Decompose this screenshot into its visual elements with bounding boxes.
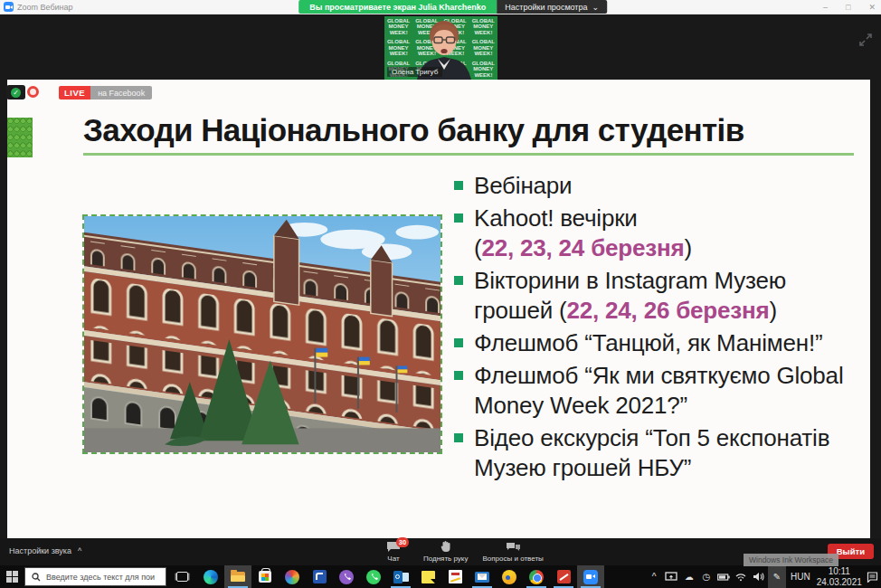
- shared-presentation-slide: ✓ LIVE на Facebook Заходи Національного …: [7, 80, 870, 538]
- task-view-icon: [176, 572, 188, 582]
- bullet-item: Kahoot! вечірки (22, 23, 24 березня): [454, 204, 863, 263]
- taskbar-clock[interactable]: 10:11 24.03.2021: [815, 565, 864, 588]
- bullet-marker: [454, 338, 463, 347]
- window-titlebar: Zoom Вебинар Вы просматриваете экран Jul…: [0, 0, 881, 14]
- pdf-app-icon[interactable]: [550, 565, 577, 588]
- start-button[interactable]: [0, 565, 24, 588]
- task-view-button[interactable]: [166, 565, 197, 588]
- blue-app-icon[interactable]: [306, 565, 333, 588]
- viber-icon[interactable]: [333, 565, 360, 588]
- minimize-button[interactable]: –: [823, 3, 828, 12]
- slide-title: Заходи Національного банку для студентів: [83, 112, 868, 148]
- photos-icon[interactable]: [279, 565, 306, 588]
- participant-name-label: Олена Тригуб: [387, 67, 442, 77]
- sticky-notes-icon[interactable]: [414, 565, 441, 588]
- bullet-marker: [454, 213, 463, 223]
- outlook-icon[interactable]: [387, 565, 414, 588]
- bullet-marker: [454, 371, 463, 380]
- yellow-app-icon[interactable]: [496, 565, 523, 588]
- zoom-webinar-window: Zoom Вебинар Вы просматриваете экран Jul…: [0, 0, 881, 588]
- windows-taskbar: ^ ☁ ◷ ✎ HUN 10:11 24.03.2021: [0, 565, 881, 588]
- fredo-app-icon[interactable]: [441, 565, 469, 588]
- check-icon: ✓: [11, 88, 21, 98]
- bullet-item: Вікторини в Instagram Музею грошей (22, …: [454, 266, 863, 326]
- time-label: 10:11: [829, 566, 850, 577]
- chat-unread-badge: 30: [396, 537, 409, 547]
- mail-icon[interactable]: [469, 565, 496, 588]
- battery-icon[interactable]: [715, 565, 732, 588]
- speaker-video-tile[interactable]: GLOBAL MONEY WEEK! GLOBAL MONEY WEEK! GL…: [384, 16, 497, 80]
- slide-sidebar-pattern: [7, 118, 33, 157]
- whatsapp-icon[interactable]: [360, 565, 387, 588]
- expand-view-icon[interactable]: [858, 33, 873, 47]
- audio-settings-button[interactable]: Настройки звука ^: [9, 546, 81, 555]
- raise-hand-button[interactable]: Поднять руку: [423, 540, 468, 563]
- microsoft-store-icon[interactable]: [251, 565, 279, 588]
- file-explorer-icon[interactable]: [224, 565, 251, 588]
- chevron-up-icon: ^: [78, 546, 81, 555]
- windows-ink-tooltip: Windows Ink Workspace: [744, 554, 838, 566]
- window-title: Zoom Вебинар: [17, 3, 73, 12]
- slide-bullet-list: Вебінари Kahoot! вечірки (22, 23, 24 бер…: [454, 171, 863, 486]
- live-badge: LIVE: [59, 86, 90, 100]
- bullet-item: Вебінари: [454, 171, 863, 201]
- clock-tray-icon[interactable]: ◷: [698, 565, 715, 588]
- action-center-icon[interactable]: [865, 565, 881, 588]
- bullet-marker: [454, 181, 463, 190]
- tray-chevron-up-icon[interactable]: ^: [646, 565, 662, 588]
- language-indicator[interactable]: HUN: [787, 565, 814, 588]
- search-icon: [32, 573, 41, 582]
- bullet-marker: [454, 433, 463, 442]
- onedrive-cloud-icon[interactable]: ☁: [681, 565, 697, 588]
- verified-badge: ✓: [6, 85, 25, 100]
- taskbar-search[interactable]: [24, 567, 166, 586]
- search-input[interactable]: [46, 573, 155, 582]
- zoom-app-icon: [4, 2, 14, 12]
- windows-ink-pen-icon[interactable]: ✎: [768, 565, 786, 588]
- bullet-item: Відео екскурсія “Топ 5 експонатів Музею …: [454, 423, 863, 483]
- qna-icon: [506, 540, 521, 553]
- zoom-taskbar-icon[interactable]: [577, 565, 604, 588]
- date-label: 24.03.2021: [817, 577, 862, 588]
- screen-share-banner: Вы просматриваете экран Julia Kharchenko: [298, 0, 497, 14]
- chat-button[interactable]: 30 Чат: [378, 540, 409, 563]
- maximize-button[interactable]: □: [846, 3, 850, 12]
- bullet-item: Флешмоб “Як ми святкуємо Global Money We…: [454, 361, 863, 421]
- view-settings-button[interactable]: Настройки просмотра ⌄: [497, 0, 607, 14]
- wifi-icon[interactable]: [733, 565, 749, 588]
- cast-display-icon[interactable]: [663, 565, 679, 588]
- raise-hand-icon: [440, 540, 451, 553]
- windows-logo-icon: [6, 571, 18, 583]
- volume-icon[interactable]: [751, 565, 767, 588]
- title-underline: [83, 153, 854, 156]
- bullet-marker: [454, 276, 463, 285]
- qna-button[interactable]: Вопросы и ответы: [482, 540, 543, 563]
- chevron-down-icon: ⌄: [592, 3, 600, 12]
- chrome-icon[interactable]: [523, 565, 550, 588]
- close-button[interactable]: ✕: [868, 3, 876, 12]
- record-indicator-icon: [27, 86, 39, 98]
- edge-icon[interactable]: [197, 565, 224, 588]
- national-bank-building-photo: [82, 214, 442, 454]
- bullet-item: Флешмоб “Танцюй, як Манімен!”: [454, 328, 863, 358]
- live-platform-badge: на Facebook: [90, 86, 152, 100]
- live-indicator: LIVE на Facebook: [59, 86, 152, 100]
